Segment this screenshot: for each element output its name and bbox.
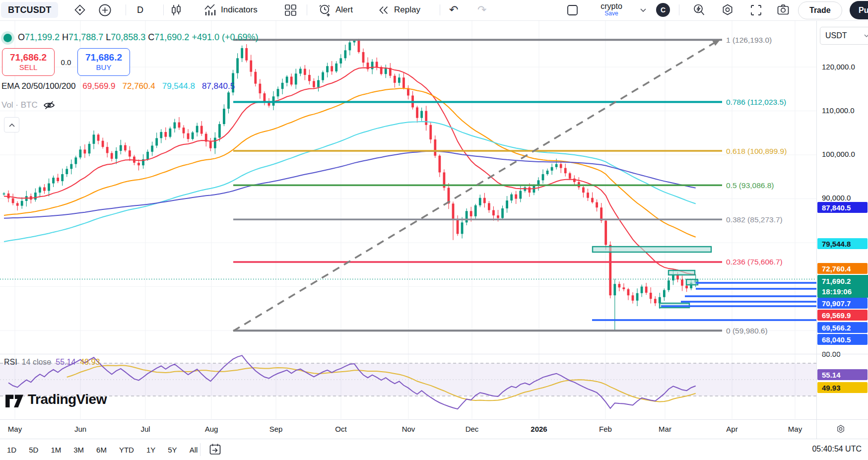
- timeframe-button[interactable]: D: [137, 0, 143, 20]
- rsi-value-pill: 49.93: [817, 382, 868, 393]
- rsi-legend[interactable]: RSI 14 close 55.14 49.93: [4, 358, 100, 367]
- fib-level-label: 0.5 (93,086.8): [726, 181, 774, 190]
- range-button-5d[interactable]: 5D: [25, 444, 42, 456]
- save-label[interactable]: Save: [604, 10, 618, 17]
- undo-button[interactable]: ↶: [449, 0, 458, 20]
- buy-label: BUY: [96, 63, 112, 72]
- volume-legend[interactable]: Vol · BTC: [1, 99, 56, 112]
- range-button-1y[interactable]: 1Y: [142, 444, 159, 456]
- indicators-label: Indicators: [221, 5, 258, 15]
- horizontal-ray-drawings[interactable]: [592, 283, 816, 320]
- time-axis-label: Feb: [599, 425, 612, 433]
- chart-style-button[interactable]: [169, 0, 184, 20]
- high-value: 71,788.7: [68, 32, 103, 42]
- timeframe-label: D: [137, 5, 143, 15]
- symbol-button[interactable]: BTCUSDT: [1, 2, 58, 18]
- range-button-ytd[interactable]: YTD: [115, 444, 138, 456]
- bottom-toolbar: 1D5D1M3M6MYTD1Y5YAll 05:40:54 UTC: [0, 439, 868, 460]
- layout-menu-button[interactable]: [636, 0, 651, 20]
- price-label-pill: 70,907.7: [817, 298, 868, 309]
- alert-button[interactable]: Alert: [318, 0, 353, 20]
- candlestick-icon: [170, 3, 183, 17]
- fib-level-label: 0.786 (112,023.5): [726, 98, 786, 106]
- time-axis[interactable]: MayJunJulAugSepOctNovDec2026FebMarAprMay: [0, 420, 868, 439]
- spread-value: 0.0: [55, 58, 77, 66]
- layout-name-button[interactable]: crypto Save: [594, 0, 629, 20]
- quick-search-button[interactable]: [692, 0, 707, 20]
- trade-button[interactable]: Trade: [798, 1, 842, 19]
- currency-label: USDT: [825, 31, 847, 40]
- price-label-pill: 69,569.9: [817, 310, 868, 321]
- avatar-initial: C: [661, 6, 666, 14]
- toolbar-divider: [307, 4, 307, 15]
- compare-note-button[interactable]: [72, 0, 87, 20]
- low-label: L: [106, 32, 111, 42]
- ema-value: 69,569.9: [82, 81, 115, 91]
- currency-selector[interactable]: USDT: [820, 27, 868, 45]
- sell-price: 71,686.2: [10, 52, 47, 63]
- publish-button[interactable]: Pu: [850, 1, 868, 19]
- range-button-6m[interactable]: 6M: [92, 444, 111, 456]
- chevron-down-icon: [639, 5, 648, 14]
- ema-legend[interactable]: EMA 20/50/100/200 69,569.972,760.479,544…: [1, 81, 242, 91]
- gear-hexagon-icon: [721, 3, 734, 17]
- diamond-icon: [73, 3, 86, 16]
- time-axis-label: Nov: [402, 425, 415, 433]
- buy-sell-widget: 71,686.2 SELL 0.0 71,686.2 BUY: [2, 48, 130, 76]
- settings-button[interactable]: [720, 0, 735, 20]
- layout-square-icon: [566, 3, 579, 17]
- utc-clock[interactable]: 05:40:54 UTC: [812, 445, 862, 454]
- axis-settings-gear-icon[interactable]: [835, 424, 846, 437]
- fib-retracement-drawing[interactable]: 1 (126,193.0)0.786 (112,023.5)0.618 (100…: [233, 36, 787, 335]
- save-layout-button[interactable]: [565, 0, 580, 20]
- pane-collapse-button[interactable]: [4, 117, 19, 132]
- avatar: C: [656, 3, 670, 17]
- time-axis-label: Aug: [205, 425, 218, 433]
- ema-20-line: [4, 67, 696, 275]
- snapshot-button[interactable]: [776, 0, 791, 20]
- plus-circle-icon: [98, 3, 112, 17]
- compare-add-button[interactable]: [97, 0, 112, 20]
- range-button-1d[interactable]: 1D: [3, 444, 20, 456]
- tradingview-logo[interactable]: TradingView: [5, 391, 107, 408]
- rsi-ma-value: 49.93: [80, 358, 100, 367]
- lightning-search-icon: [692, 3, 706, 17]
- rsi-label: RSI: [4, 358, 17, 367]
- time-axis-label: May: [788, 425, 802, 433]
- price-axis[interactable]: USDT 120,000.0110,000.0100,000.090,000.0…: [817, 20, 868, 439]
- user-menu-button[interactable]: C: [656, 0, 670, 20]
- tradingview-app: BTCUSDT D: [0, 0, 868, 460]
- price-axis-label: 90,000.0: [822, 194, 851, 202]
- time-axis-label: Jun: [74, 425, 86, 433]
- buy-button[interactable]: 71,686.2 BUY: [77, 48, 130, 76]
- ema-legend-label: EMA 20/50/100/200: [1, 81, 75, 91]
- price-axis-label: 100,000.0: [822, 150, 855, 158]
- replay-button[interactable]: Replay: [377, 0, 420, 20]
- ohlc-legend[interactable]: O71,199.2 H71,788.7 L70,858.3 C71,690.2 …: [18, 32, 259, 43]
- time-axis-label: Apr: [726, 425, 737, 433]
- pane-divider[interactable]: [0, 354, 868, 354]
- range-button-all[interactable]: All: [186, 444, 202, 456]
- toolbar-divider: [126, 4, 126, 15]
- calendar-goto-icon: [208, 443, 222, 456]
- range-button-5y[interactable]: 5Y: [164, 444, 181, 456]
- redo-button[interactable]: ↷: [477, 0, 486, 20]
- high-label: H: [62, 32, 68, 42]
- ema-lines[interactable]: [4, 67, 696, 275]
- buy-price: 71,686.2: [85, 52, 122, 63]
- go-to-date-button[interactable]: [208, 443, 222, 458]
- alert-label: Alert: [335, 5, 353, 15]
- eye-off-icon[interactable]: [43, 99, 56, 112]
- range-button-1m[interactable]: 1M: [47, 444, 65, 456]
- layout-templates-button[interactable]: [283, 0, 298, 20]
- time-axis-label: Jul: [140, 425, 150, 433]
- fib-level-label: 1 (126,193.0): [726, 36, 772, 44]
- price-axis-border: [816, 20, 817, 439]
- range-button-3m[interactable]: 3M: [69, 444, 88, 456]
- toolbar-divider: [200, 443, 200, 456]
- rsi-value-pill: 55.14: [817, 369, 868, 380]
- price-label-pill: 72,760.4: [817, 263, 868, 274]
- sell-button[interactable]: 71,686.2 SELL: [2, 48, 55, 76]
- indicators-button[interactable]: Indicators: [203, 0, 258, 20]
- fullscreen-button[interactable]: [748, 0, 763, 20]
